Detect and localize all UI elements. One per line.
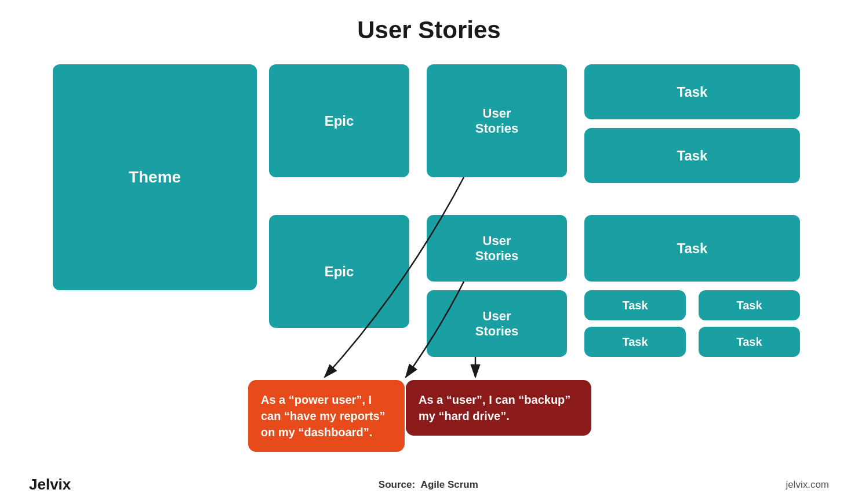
diagram-area: Theme Epic Epic UserStories UserStories …	[0, 56, 858, 461]
task-bot2-block: Task	[699, 290, 800, 320]
page-title: User Stories	[0, 0, 858, 56]
task-bot1-block: Task	[584, 290, 686, 320]
footer: Jelvix Source: Agile Scrum jelvix.com	[0, 476, 858, 494]
task-mid-block: Task	[584, 215, 800, 282]
task-bot4-block: Task	[699, 327, 800, 357]
footer-source-label: Source:	[379, 479, 415, 490]
user-stories-top-block: UserStories	[427, 64, 567, 177]
story-card-orange: As a “power user”, I can “have my report…	[248, 380, 405, 452]
story-card-darkred: As a “user”, I can “backup” my “hard dri…	[406, 380, 591, 436]
epic-bottom-block: Epic	[269, 215, 409, 328]
task-bot3-block: Task	[584, 327, 686, 357]
theme-block: Theme	[53, 64, 257, 290]
footer-source-value: Agile Scrum	[421, 479, 478, 490]
footer-source: Source: Agile Scrum	[379, 479, 478, 491]
task-top2-block: Task	[584, 128, 800, 183]
epic-top-block: Epic	[269, 64, 409, 177]
user-stories-bot-block: UserStories	[427, 290, 567, 357]
user-stories-mid-block: UserStories	[427, 215, 567, 282]
footer-brand: Jelvix	[29, 476, 71, 494]
footer-url: jelvix.com	[786, 479, 829, 491]
task-top1-block: Task	[584, 64, 800, 119]
